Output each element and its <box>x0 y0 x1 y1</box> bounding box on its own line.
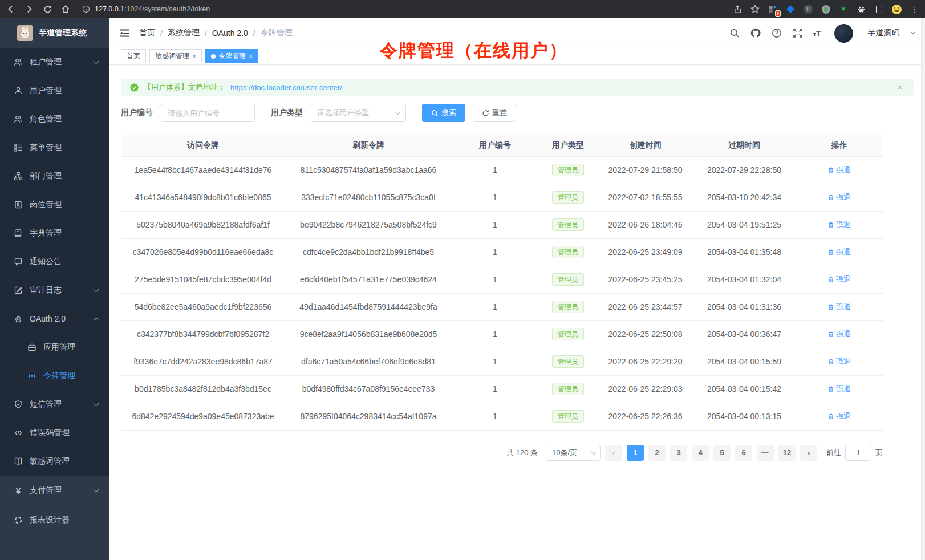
user-menu-caret-icon[interactable] <box>911 30 915 34</box>
page-button-2[interactable]: 2 <box>648 445 666 461</box>
sidebar: 芋道管理系统 租户管理 用户管理 角色管理 菜单管理 部门管理 岗位管理 <box>0 18 109 560</box>
breadcrumb-item[interactable]: 首页 <box>139 28 155 38</box>
reset-button[interactable]: 重置 <box>473 104 516 122</box>
paw-extension-icon[interactable] <box>856 4 866 14</box>
app-logo[interactable]: 芋道管理系统 <box>0 18 109 48</box>
alert-close-icon[interactable]: × <box>898 83 904 92</box>
sidebar-item-应用管理[interactable]: 应用管理 <box>0 333 109 362</box>
browser-menu-icon[interactable]: ⋮ <box>909 4 919 14</box>
force-logout-button[interactable]: 强退 <box>827 220 851 230</box>
search-button[interactable]: 搜索 <box>422 104 465 122</box>
access-token-cell: b0d1785bc3a8482f812db4a3f3bd15ec <box>121 375 285 403</box>
user-type-cell: 管理员 <box>538 238 598 266</box>
tab-敏感词管理[interactable]: 敏感词管理 × <box>149 49 202 63</box>
sidebar-item-角色管理[interactable]: 角色管理 <box>0 105 109 133</box>
page-button-3[interactable]: 3 <box>670 445 687 461</box>
bookmark-star-icon[interactable] <box>750 4 760 14</box>
sidebar-item-租户管理[interactable]: 租户管理 <box>0 48 109 76</box>
github-icon[interactable] <box>750 27 761 39</box>
sidebar-item-令牌管理[interactable]: 令牌管理 <box>0 362 109 390</box>
extension-icon[interactable]: 9 <box>768 4 778 14</box>
sidebar-menu: 租户管理 用户管理 角色管理 菜单管理 部门管理 岗位管理 字典管理 <box>0 48 109 476</box>
sidebar-item-支付管理[interactable]: ¥ 支付管理 <box>0 476 109 505</box>
page-button-12[interactable]: 12 <box>778 445 796 461</box>
profile-avatar-icon[interactable] <box>891 4 902 14</box>
gem-extension-icon[interactable] <box>785 4 796 14</box>
created-time-cell: 2022-06-25 23:45:25 <box>598 266 693 293</box>
page-button-4[interactable]: 4 <box>692 445 709 461</box>
page-size-select[interactable]: 10条/页 <box>546 445 601 461</box>
page-button-1[interactable]: 1 <box>627 445 644 461</box>
sidebar-item-审计日志[interactable]: 审计日志 <box>0 276 109 305</box>
share-icon[interactable] <box>732 4 743 14</box>
search-icon[interactable] <box>729 27 740 39</box>
refresh-token-cell: 9ce8ef2aa9f14056b831ae9b608e28d5 <box>285 320 452 348</box>
user-id-cell: 1 <box>452 348 538 375</box>
sidebar-item-短信管理[interactable]: 短信管理 <box>0 390 109 419</box>
table-row: 6d842e2924594de9a09e45e087323abe8796295f… <box>121 403 883 430</box>
chevron-down-icon <box>94 487 99 493</box>
username[interactable]: 芋道源码 <box>867 28 899 38</box>
sidebar-item-字典管理[interactable]: 字典管理 <box>0 219 109 247</box>
page-button-5[interactable]: 5 <box>713 445 731 461</box>
tab-首页[interactable]: 首页 <box>121 49 146 63</box>
breadcrumb-item[interactable]: OAuth 2.0 <box>212 29 248 38</box>
force-logout-button[interactable]: 强退 <box>827 384 851 394</box>
force-logout-button[interactable]: 强退 <box>827 329 851 339</box>
sidebar-item-OAuth 2.0[interactable]: OAuth 2.0 <box>0 305 109 333</box>
next-page-button[interactable]: › <box>800 445 817 461</box>
force-logout-label: 强退 <box>836 329 851 339</box>
force-logout-button[interactable]: 强退 <box>827 302 851 312</box>
cmd-extension-icon[interactable]: ⌘ <box>803 4 813 14</box>
force-logout-button[interactable]: 强退 <box>827 411 851 421</box>
star-extension-icon[interactable]: ✶ <box>838 4 849 14</box>
table-row: 1ea5e44f8bc1467aaede43144f31de76811c5304… <box>121 156 883 184</box>
close-icon[interactable]: × <box>192 53 196 60</box>
force-logout-button[interactable]: 强退 <box>827 165 851 175</box>
collapse-sidebar-icon[interactable] <box>119 27 130 39</box>
sidebar-item-敏感词管理[interactable]: 敏感词管理 <box>0 447 109 476</box>
home-icon[interactable] <box>60 4 71 14</box>
sidebar-item-label: 短信管理 <box>30 399 94 409</box>
forward-icon[interactable] <box>24 4 34 14</box>
tab-switcher-icon[interactable] <box>874 4 884 14</box>
site-info-icon[interactable] <box>82 5 90 13</box>
page-button-6[interactable]: 6 <box>735 445 752 461</box>
scrollbar[interactable] <box>921 18 925 560</box>
user-type-select[interactable]: 请选择用户类型 <box>311 104 406 122</box>
user-id-input[interactable] <box>161 104 255 122</box>
sidebar-item-label: 审计日志 <box>30 285 94 295</box>
user-type-badge: 管理员 <box>552 355 584 368</box>
sidebar-item-报表设计器[interactable]: 报表设计器 <box>0 505 109 535</box>
tab-令牌管理[interactable]: 令牌管理 × <box>205 49 258 63</box>
record-extension-icon[interactable] <box>821 4 831 14</box>
goto-page-input[interactable] <box>845 445 871 461</box>
fullscreen-icon[interactable] <box>792 27 804 39</box>
address-bar[interactable]: 127.0.0.1:1024/system/oauth2/token <box>82 5 724 13</box>
more-pages-button[interactable]: ••• <box>757 445 774 461</box>
sidebar-item-岗位管理[interactable]: 岗位管理 <box>0 190 109 219</box>
action-cell: 强退 <box>796 266 883 293</box>
force-logout-button[interactable]: 强退 <box>827 356 851 367</box>
sidebar-item-错误码管理[interactable]: 错误码管理 <box>0 419 109 447</box>
force-logout-button[interactable]: 强退 <box>827 274 851 285</box>
sidebar-menu-root: ¥ 支付管理 报表设计器 <box>0 476 109 560</box>
user-type-placeholder: 请选择用户类型 <box>317 108 369 118</box>
pay-icon: ¥ <box>14 486 23 495</box>
prev-page-button[interactable]: ‹ <box>605 445 622 461</box>
sidebar-item-通知公告[interactable]: 通知公告 <box>0 247 109 276</box>
help-icon[interactable] <box>771 27 782 39</box>
reload-icon[interactable] <box>42 4 52 14</box>
sidebar-item-部门管理[interactable]: 部门管理 <box>0 162 109 190</box>
font-size-icon[interactable]: тT <box>813 29 821 38</box>
close-icon[interactable]: × <box>249 53 253 60</box>
force-logout-button[interactable]: 强退 <box>827 192 851 202</box>
page-suffix: 页 <box>875 448 883 458</box>
force-logout-button[interactable]: 强退 <box>827 247 851 257</box>
doc-link[interactable]: https://doc.iocoder.cn/user-center/ <box>230 83 342 92</box>
sidebar-item-菜单管理[interactable]: 菜单管理 <box>0 133 109 162</box>
sidebar-item-用户管理[interactable]: 用户管理 <box>0 76 109 105</box>
back-icon[interactable] <box>6 4 16 14</box>
user-avatar[interactable] <box>834 24 853 43</box>
breadcrumb-item[interactable]: 系统管理 <box>168 28 200 38</box>
